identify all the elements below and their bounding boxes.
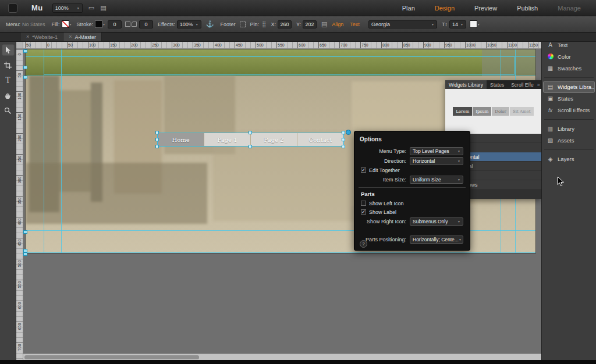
resize-handle[interactable]	[249, 131, 252, 134]
select-show-right-icon[interactable]: Submenus Only▼	[410, 217, 463, 226]
corner-radius-input[interactable]: 0	[139, 20, 153, 28]
vertical-ruler[interactable]: 0501001502002503003504004505005506006507…	[16, 49, 23, 360]
font-size-select[interactable]: 14 ▼	[449, 20, 466, 28]
checkbox-edit-together[interactable]: ✓	[361, 167, 366, 173]
pin-grid-icon[interactable]: ⣿	[262, 21, 266, 27]
align-link[interactable]: Align	[332, 22, 343, 27]
panel-tab-scroll-effe[interactable]: Scroll Effe	[508, 80, 537, 89]
widget-options-button[interactable]	[346, 130, 351, 135]
panel-tab-states[interactable]: States	[487, 80, 508, 89]
horizontal-ruler[interactable]: 5005010015020025030035040045050055060065…	[23, 42, 541, 49]
document-tab-a-master[interactable]: ×A-Master	[63, 33, 102, 41]
resize-handle[interactable]	[155, 138, 159, 141]
stroke-weight-input[interactable]: 0	[108, 20, 122, 28]
checkbox-show-label[interactable]: ✓	[361, 209, 366, 215]
select-direction[interactable]: Horizontal▼	[410, 157, 463, 165]
menu-item-home[interactable]: Home	[158, 133, 204, 146]
opacity-select[interactable]: 100% ▼	[177, 20, 201, 28]
resize-handle[interactable]	[155, 131, 159, 134]
y-input[interactable]: 202	[303, 20, 317, 28]
panel-assets[interactable]: ▧Assets	[542, 135, 596, 146]
close-icon[interactable]: ×	[26, 34, 29, 40]
document-tab-website-1[interactable]: ×*Website-1	[21, 33, 63, 41]
resize-handle[interactable]	[155, 145, 159, 148]
zoom-select[interactable]: 100% ▼	[52, 3, 83, 13]
chevron-down-icon: ▼	[431, 23, 434, 26]
text-link[interactable]: Text	[350, 22, 360, 27]
footer-area-icon[interactable]	[240, 22, 246, 27]
panel-overflow-icon[interactable]: »	[537, 80, 541, 89]
chevron-down-icon[interactable]: ▼	[69, 23, 72, 26]
panel-label: Scroll Effects	[558, 107, 590, 113]
select-parts-positioning[interactable]: Horizontally; Cente...▼	[410, 235, 463, 244]
checkbox-show-left-icon[interactable]	[361, 201, 366, 206]
resize-options-icon[interactable]: ▤	[321, 20, 327, 28]
panel-scroll-effects[interactable]: fxScroll Effects	[542, 105, 596, 116]
text-tool[interactable]: T	[2, 74, 15, 86]
option-row: ✓Show Label	[359, 208, 466, 216]
mode-design[interactable]: Design	[435, 5, 455, 12]
scrollbar-thumb[interactable]	[24, 355, 199, 359]
guide-handle[interactable]	[23, 230, 27, 234]
chevron-down-icon: ▼	[457, 178, 460, 181]
text-color-swatch[interactable]	[470, 20, 477, 28]
font-family-select[interactable]: Georgia ▼	[368, 20, 437, 28]
screen-mode-icon[interactable]: ▤	[100, 4, 106, 12]
resize-handle[interactable]	[342, 145, 345, 148]
mode-preview[interactable]: Preview	[474, 5, 497, 12]
stroke-swatch[interactable]	[95, 20, 102, 28]
panel-layers[interactable]: ◈Layers	[542, 154, 596, 165]
crop-tool[interactable]	[2, 59, 15, 71]
mode-publish[interactable]: Publish	[517, 5, 538, 12]
selection-tool[interactable]	[2, 44, 15, 56]
close-icon[interactable]: ×	[69, 34, 72, 40]
menu-item-contact[interactable]: Contact	[297, 133, 343, 146]
hand-tool[interactable]	[2, 90, 15, 101]
v-ruler-label: 200	[17, 134, 22, 143]
zoom-tool[interactable]	[2, 105, 15, 116]
x-input[interactable]: 260	[278, 20, 292, 28]
page-view-icon[interactable]: ▭	[88, 4, 94, 12]
help-icon[interactable]: ?	[360, 240, 367, 248]
corner-rounded-icon[interactable]	[132, 22, 137, 27]
divider	[544, 149, 594, 150]
horizontal-scrollbar[interactable]	[23, 354, 541, 360]
panel-tab-widgets-library[interactable]: Widgets Library	[445, 80, 487, 89]
resize-handle[interactable]	[342, 138, 345, 141]
guide-handle[interactable]	[23, 66, 27, 69]
select-menu-type[interactable]: Top Level Pages▼	[410, 147, 463, 155]
menu-item-page-2[interactable]: Page 2	[251, 133, 297, 146]
chevron-down-icon[interactable]: ▼	[102, 23, 105, 26]
panel-widgets-libra[interactable]: ▤Widgets Libra...	[544, 81, 594, 92]
layers-icon: ◈	[547, 156, 554, 162]
resize-handle[interactable]	[342, 131, 345, 134]
divider	[544, 119, 594, 120]
guide-handle[interactable]	[23, 49, 27, 53]
panel-swatches[interactable]: ▦Swatches	[542, 63, 596, 74]
ruler-corner	[16, 42, 23, 49]
chevron-down-icon: ▼	[459, 238, 462, 241]
option-row: Show Left Icon	[359, 199, 466, 208]
panel-color[interactable]: Color	[542, 51, 596, 62]
resize-handle[interactable]	[249, 145, 252, 148]
mode-manage[interactable]: Manage	[558, 5, 581, 12]
guide-handle[interactable]	[23, 252, 27, 256]
h-ruler-label: 900	[424, 43, 431, 47]
app-menu-icon[interactable]	[8, 3, 17, 13]
fill-swatch[interactable]	[62, 20, 69, 28]
panel-states[interactable]: ▣States	[542, 93, 596, 104]
select-item-size[interactable]: Uniform Size▼	[410, 176, 463, 184]
corner-square-icon[interactable]	[125, 22, 130, 27]
anchor-icon[interactable]: ⚓	[206, 20, 214, 28]
panel-label: Library	[558, 126, 574, 132]
menu-widget[interactable]: HomePage 1Page 2Contact	[157, 133, 344, 147]
h-ruler-label: 600	[299, 43, 306, 47]
panel-library[interactable]: ▥Library	[542, 123, 596, 134]
h-ruler-label: 1100	[508, 43, 517, 47]
menu-item-page-1[interactable]: Page 1	[204, 133, 250, 146]
mode-plan[interactable]: Plan	[402, 5, 415, 12]
state-select[interactable]: No States	[22, 22, 45, 27]
guide-handle[interactable]	[23, 76, 27, 79]
color-icon	[547, 53, 554, 60]
chevron-down-icon[interactable]: ▼	[477, 23, 480, 26]
